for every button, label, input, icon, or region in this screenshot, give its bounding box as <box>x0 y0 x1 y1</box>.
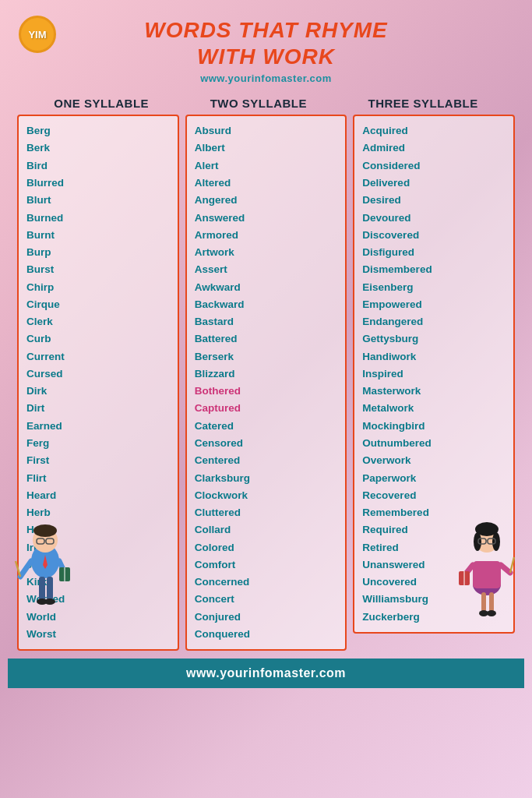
list-item: Inspired <box>362 365 506 383</box>
list-item: Blurred <box>26 175 170 192</box>
list-item: Empowered <box>362 296 506 313</box>
svg-rect-25 <box>481 592 486 612</box>
list-item: Burnt <box>26 227 170 244</box>
list-item: Mockingbird <box>362 418 506 435</box>
list-item: Answered <box>195 210 338 227</box>
list-item: Discovered <box>362 227 506 244</box>
list-item: Flirt <box>26 470 170 487</box>
list-item: Armored <box>195 227 338 244</box>
list-item: Assert <box>195 261 338 278</box>
svg-point-21 <box>492 532 500 551</box>
col-header-three: THREE SYLLABLE <box>368 97 478 110</box>
svg-line-31 <box>510 557 514 573</box>
list-item: Catered <box>195 418 338 435</box>
list-item: Recovered <box>362 487 506 504</box>
list-item: Desired <box>362 192 506 209</box>
list-item: Outnumbered <box>362 435 506 452</box>
character-right <box>456 518 518 627</box>
column-headers: ONE SYLLABLE TWO SYLLABLE THREE SYLLABLE <box>8 89 524 115</box>
list-item: Earned <box>26 418 170 435</box>
list-item: Clarksburg <box>195 470 338 487</box>
list-item: Bastard <box>195 313 338 330</box>
list-item: Absurd <box>195 122 338 139</box>
svg-point-20 <box>474 532 481 551</box>
svg-line-11 <box>20 561 31 577</box>
list-item: Burp <box>26 244 170 261</box>
list-item: Albert <box>195 139 338 157</box>
footer: www.yourinfomaster.com <box>8 659 524 688</box>
list-item: Cirque <box>26 296 170 313</box>
list-item: Altered <box>195 175 338 192</box>
list-item: Handiwork <box>362 348 506 365</box>
svg-line-30 <box>501 565 510 573</box>
character-left <box>14 518 76 627</box>
svg-rect-26 <box>489 592 494 612</box>
website-subtitle: www.yourinfomaster.com <box>8 72 524 84</box>
list-item: Endangered <box>362 313 506 330</box>
list-item: Blurt <box>26 192 170 209</box>
svg-point-2 <box>33 524 57 537</box>
list-item: Current <box>26 348 170 365</box>
list-item: Battered <box>195 330 338 348</box>
svg-rect-7 <box>39 577 45 600</box>
logo: YIM <box>19 16 56 53</box>
list-item: Acquired <box>362 122 506 139</box>
list-item: Berg <box>26 122 170 139</box>
list-item: Heard <box>26 487 170 504</box>
list-item: Delivered <box>362 175 506 192</box>
list-item: Captured <box>195 400 338 417</box>
list-item: Paperwork <box>362 470 506 487</box>
col-header-one: ONE SYLLABLE <box>54 97 149 110</box>
list-item: Dismembered <box>362 261 506 278</box>
list-item: Eisenberg <box>362 279 506 296</box>
list-item: Berserk <box>195 348 338 365</box>
svg-rect-17 <box>473 561 501 588</box>
list-item: Censored <box>195 435 338 452</box>
list-item: Bothered <box>195 383 338 400</box>
list-item: Curb <box>26 330 170 348</box>
list-item: Overwork <box>362 452 506 469</box>
list-item: Considered <box>362 157 506 175</box>
list-item: Clockwork <box>195 487 338 504</box>
footer-text: www.yourinfomaster.com <box>186 666 346 680</box>
svg-rect-8 <box>47 577 53 600</box>
list-item: Cursed <box>26 365 170 383</box>
svg-line-13 <box>16 561 20 577</box>
list-item: Chirp <box>26 279 170 296</box>
list-item: Berk <box>26 139 170 157</box>
list-item: Devoured <box>362 210 506 227</box>
list-item: Clerk <box>26 313 170 330</box>
list-item: Colored <box>195 539 338 556</box>
list-item: Alert <box>195 157 338 175</box>
list-item: Ferg <box>26 435 170 452</box>
list-item: Burst <box>26 261 170 278</box>
list-item: Burned <box>26 210 170 227</box>
list-item: Masterwork <box>362 383 506 400</box>
list-item: Concerned <box>195 574 338 591</box>
list-item: Centered <box>195 452 338 469</box>
list-item: Artwork <box>195 244 338 261</box>
col-header-two: TWO SYLLABLE <box>210 97 307 110</box>
list-item: Dirt <box>26 400 170 417</box>
list-item: Gettysburg <box>362 330 506 348</box>
list-item: Blizzard <box>195 365 338 383</box>
list-item: Conjured <box>195 609 338 626</box>
list-item: Admired <box>362 139 506 157</box>
list-item: Bird <box>26 157 170 175</box>
main-title: WORDS THAT RHYME WITH WORK <box>8 17 524 69</box>
list-item: Backward <box>195 296 338 313</box>
two-syllable-column: AbsurdAlbertAlertAlteredAngeredAnsweredA… <box>185 115 347 651</box>
list-item: Conquered <box>195 626 338 643</box>
list-item: Metalwork <box>362 400 506 417</box>
word-columns: BergBerkBirdBlurredBlurtBurnedBurntBurpB… <box>8 115 524 651</box>
svg-point-10 <box>44 598 55 605</box>
list-item: Dirk <box>26 383 170 400</box>
list-item: Comfort <box>195 556 338 574</box>
list-item: Worst <box>26 626 170 643</box>
list-item: Angered <box>195 192 338 209</box>
list-item: Concert <box>195 591 338 608</box>
list-item: Disfigured <box>362 244 506 261</box>
list-item: Collard <box>195 521 338 538</box>
svg-point-28 <box>487 610 496 616</box>
list-item: Cluttered <box>195 504 338 521</box>
